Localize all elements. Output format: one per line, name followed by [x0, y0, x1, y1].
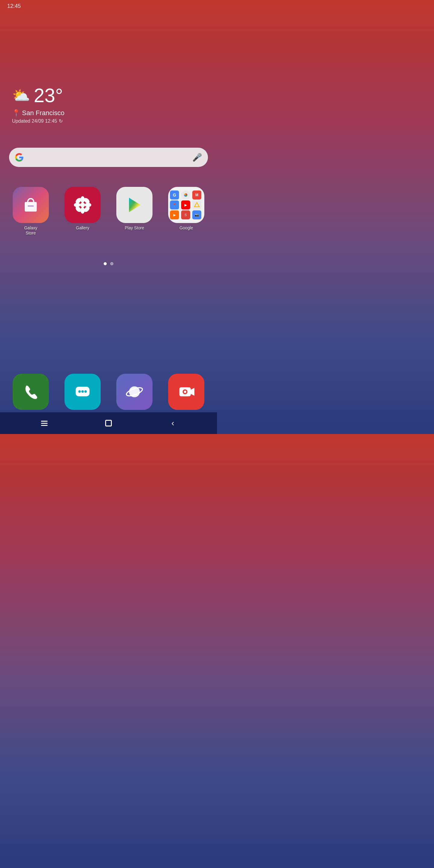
status-time: 12:45 — [7, 3, 21, 9]
nav-recent-button[interactable] — [36, 415, 53, 432]
google-g-mini: G — [170, 190, 179, 199]
camera-record-icon — [177, 382, 195, 401]
browser-icon — [116, 374, 153, 410]
dock-recorder[interactable] — [163, 374, 210, 410]
svg-rect-0 — [25, 202, 37, 212]
google-search-bar[interactable]: 🎤 — [9, 148, 208, 167]
page-dot-1[interactable] — [104, 262, 107, 265]
galaxy-store-icon — [13, 187, 49, 223]
recent-lines-icon — [41, 421, 48, 426]
galaxy-store-bag-icon — [22, 196, 40, 214]
svg-marker-13 — [194, 203, 199, 207]
app-google[interactable]: G M 📍 ▶ ▶ S 📷 Google — [163, 187, 210, 236]
google-g-logo — [15, 153, 24, 161]
weather-temperature: 23° — [34, 84, 63, 107]
nav-back-button[interactable]: ‹ — [164, 415, 181, 432]
nav-home-button[interactable] — [100, 415, 117, 432]
svg-marker-11 — [129, 198, 141, 212]
app-gallery[interactable]: Gallery — [59, 187, 106, 236]
messages-icon — [64, 374, 101, 410]
dock-messages[interactable] — [59, 374, 106, 410]
phone-handset-icon — [22, 383, 40, 401]
slides-mini: S — [181, 210, 190, 219]
app-galaxy-store[interactable]: GalaxyStore — [7, 187, 54, 236]
dock-phone[interactable] — [7, 374, 54, 410]
home-square-icon — [105, 420, 112, 427]
back-chevron-icon: ‹ — [172, 418, 174, 428]
page-dots — [0, 262, 217, 265]
google-label: Google — [179, 225, 193, 230]
page-dot-2[interactable] — [110, 262, 113, 265]
weather-icon: ⛅ — [12, 87, 30, 104]
svg-point-16 — [82, 390, 84, 393]
nav-bar: ‹ — [0, 412, 217, 434]
dock — [0, 374, 217, 410]
weather-city: San Francisco — [22, 109, 64, 117]
gallery-icon — [64, 187, 101, 223]
gallery-flower-icon — [73, 195, 92, 215]
svg-rect-1 — [28, 206, 34, 207]
weather-location: 📍 San Francisco — [12, 109, 64, 117]
maps-mini: 📍 — [170, 200, 179, 210]
play-store-label: Play Store — [125, 225, 144, 230]
status-bar: 12:45 — [0, 0, 217, 12]
mic-icon[interactable]: 🎤 — [192, 153, 202, 162]
svg-point-15 — [79, 390, 81, 393]
gmail-mini: M — [192, 190, 201, 199]
meet-mini: 📷 — [192, 210, 201, 219]
phone-icon — [13, 374, 49, 410]
weather-top: ⛅ 23° — [12, 84, 64, 107]
drive-mini — [192, 200, 201, 210]
planet-icon — [125, 382, 144, 401]
app-play-store[interactable]: Play Store — [111, 187, 158, 236]
svg-point-17 — [84, 390, 87, 393]
youtube-mini: ▶ — [181, 200, 190, 210]
weather-updated-text: Updated 24/09 12:45 — [12, 119, 57, 124]
screen-recorder-icon — [168, 374, 204, 410]
galaxy-store-label: GalaxyStore — [24, 225, 37, 236]
play-mini: ▶ — [170, 210, 179, 219]
weather-updated: Updated 24/09 12:45 ↻ — [12, 118, 64, 124]
svg-point-2 — [80, 203, 85, 207]
svg-marker-21 — [191, 388, 194, 396]
svg-point-23 — [184, 391, 186, 393]
play-store-icon — [116, 187, 153, 223]
chrome-mini — [181, 190, 190, 199]
play-store-triangle-icon — [125, 195, 144, 215]
refresh-icon[interactable]: ↻ — [59, 118, 63, 124]
search-left — [15, 153, 24, 161]
google-folder-icon: G M 📍 ▶ ▶ S 📷 — [168, 187, 204, 223]
weather-widget[interactable]: ⛅ 23° 📍 San Francisco Updated 24/09 12:4… — [12, 84, 64, 124]
dock-browser[interactable] — [111, 374, 158, 410]
app-grid: GalaxyStore Gallery — [0, 181, 217, 242]
gallery-label: Gallery — [76, 225, 89, 230]
location-pin-icon: 📍 — [12, 109, 20, 117]
chat-bubble-icon — [73, 382, 92, 401]
